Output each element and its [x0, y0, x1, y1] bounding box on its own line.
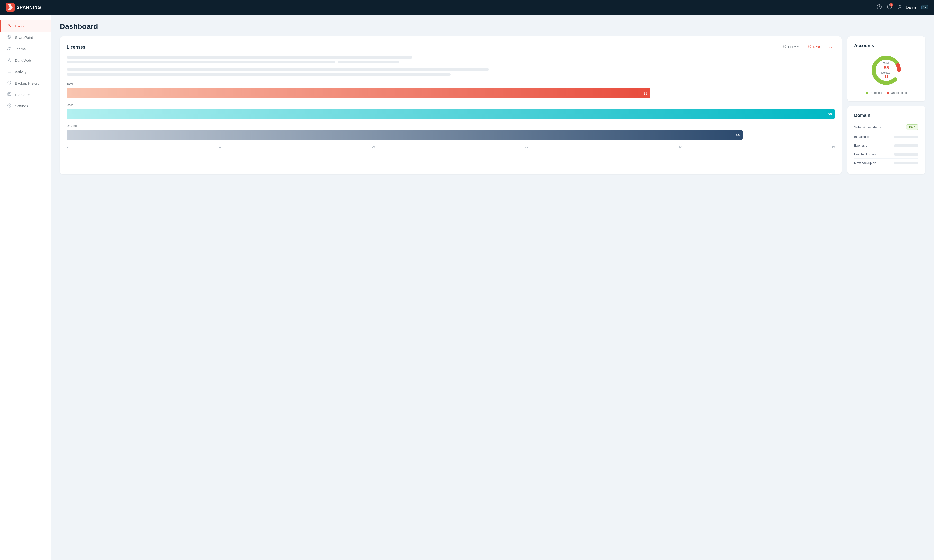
bar-fill-unused: 44	[67, 129, 743, 140]
protected-label: Protected	[870, 91, 882, 95]
domain-row-lastbackup: Last backup on	[854, 150, 919, 159]
lastbackup-key: Last backup on	[854, 152, 875, 156]
sidebar-item-sharepoint[interactable]: SharePoint	[0, 32, 51, 43]
users-icon	[6, 23, 12, 29]
sidebar-item-settings[interactable]: Settings	[0, 100, 51, 112]
svg-point-9	[8, 47, 9, 48]
accounts-card: Accounts Total: 55 Deleted: 11	[848, 37, 925, 102]
kb-badge[interactable]: 1K	[921, 5, 928, 9]
bar-value-used: 50	[828, 112, 832, 116]
subscription-key: Subscription status	[854, 125, 881, 129]
bar-section-unused: Unused 44	[67, 124, 835, 140]
notif-badge: !	[890, 3, 893, 6]
sidebar: Users SharePoint Teams	[0, 15, 51, 560]
accounts-title: Accounts	[854, 43, 919, 48]
logo-text: SPANNING	[17, 5, 42, 10]
settings-icon	[6, 103, 12, 109]
skeleton-bar-2	[67, 61, 335, 63]
nextbackup-value-skeleton	[894, 162, 919, 164]
unprotected-dot	[887, 92, 889, 94]
sidebar-item-users[interactable]: Users	[0, 20, 51, 32]
bar-track-used: 50	[67, 109, 835, 119]
licenses-header: Licenses Current	[67, 43, 835, 51]
bar-fill-total: 38	[67, 88, 650, 98]
donut-deleted-label: Deleted:	[882, 71, 891, 74]
nextbackup-key: Next backup on	[854, 161, 876, 165]
logo[interactable]: SPANNING	[6, 3, 42, 12]
sidebar-item-darkweb-label: Dark Web	[15, 58, 31, 63]
sidebar-item-teams-label: Teams	[15, 47, 26, 51]
sidebar-item-users-label: Users	[15, 24, 24, 28]
sidebar-item-activity[interactable]: Activity	[0, 66, 51, 77]
sidebar-item-problems[interactable]: Problems	[0, 89, 51, 100]
bar-label-unused: Unused	[67, 124, 835, 128]
svg-point-10	[9, 47, 11, 48]
right-column: Accounts Total: 55 Deleted: 11	[848, 37, 925, 174]
user-menu[interactable]: Joanne	[897, 4, 917, 11]
skeleton-bar-3	[338, 61, 399, 63]
current-tab-icon	[783, 45, 787, 49]
skeleton-bar-4	[67, 68, 489, 71]
expires-key: Expires on	[854, 144, 869, 147]
bar-track-total: 38	[67, 88, 835, 98]
darkweb-icon	[6, 58, 12, 63]
donut-deleted-value: 11	[882, 74, 891, 79]
skeleton-bar-1	[67, 56, 412, 58]
unprotected-label: Unprotected	[891, 91, 907, 95]
sidebar-item-darkweb[interactable]: Dark Web	[0, 55, 51, 66]
sidebar-item-teams[interactable]: Teams	[0, 43, 51, 55]
x-tick-30: 30	[525, 145, 528, 148]
protected-dot	[866, 92, 868, 94]
sidebar-item-backup-history[interactable]: Backup History	[0, 77, 51, 89]
header: SPANNING ! Joanne 1K	[0, 0, 934, 15]
donut-total-value: 55	[882, 65, 891, 71]
sharepoint-icon	[6, 35, 12, 40]
past-tab-icon	[808, 45, 812, 49]
x-tick-50: 50	[832, 145, 835, 148]
sidebar-item-settings-label: Settings	[15, 104, 28, 108]
x-tick-40: 40	[678, 145, 681, 148]
installed-key: Installed on	[854, 135, 871, 138]
sidebar-item-problems-label: Problems	[15, 92, 30, 97]
tab-current[interactable]: Current	[780, 43, 803, 51]
tab-past[interactable]: Past	[805, 43, 823, 51]
svg-point-5	[899, 5, 902, 7]
tab-past-label: Past	[813, 45, 820, 49]
x-axis: 0 10 20 30 40 50	[67, 145, 835, 148]
teams-icon	[6, 46, 12, 52]
lastbackup-value-skeleton	[894, 153, 919, 155]
history-icon[interactable]	[877, 4, 882, 11]
svg-point-6	[9, 24, 10, 26]
bar-track-unused: 44	[67, 129, 835, 140]
help-icon[interactable]: !	[887, 4, 892, 11]
bar-section-used: Used 50	[67, 103, 835, 119]
skeleton-bar-5	[67, 73, 451, 75]
user-name: Joanne	[905, 5, 917, 9]
bar-fill-used: 50	[67, 109, 835, 119]
bar-label-total: Total	[67, 82, 835, 86]
svg-point-8	[8, 37, 9, 37]
domain-row-subscription: Subscription status Paid	[854, 122, 919, 132]
expires-value-skeleton	[894, 145, 919, 147]
domain-card: Domain Subscription status Paid Installe…	[848, 106, 925, 174]
sidebar-item-backup-history-label: Backup History	[15, 81, 39, 85]
content-grid: Licenses Current	[60, 37, 925, 174]
domain-row-installed: Installed on	[854, 132, 919, 141]
x-tick-10: 10	[219, 145, 221, 148]
bar-value-unused: 44	[735, 133, 740, 137]
accounts-legend: Protected Unprotected	[854, 91, 919, 95]
domain-row-expires: Expires on	[854, 141, 919, 150]
installed-value-skeleton	[894, 135, 919, 138]
licenses-card: Licenses Current	[60, 37, 842, 174]
svg-point-20	[9, 105, 10, 106]
problems-icon	[6, 92, 12, 97]
bar-section-total: Total 38	[67, 82, 835, 98]
x-tick-20: 20	[372, 145, 375, 148]
more-options-button[interactable]: ···	[825, 43, 835, 51]
bar-label-used: Used	[67, 103, 835, 107]
licenses-title: Licenses	[67, 45, 85, 50]
page-title: Dashboard	[60, 22, 925, 31]
skeleton-loader	[67, 56, 835, 75]
tab-current-label: Current	[788, 45, 800, 49]
donut-center: Total: 55 Deleted: 11	[882, 62, 891, 79]
